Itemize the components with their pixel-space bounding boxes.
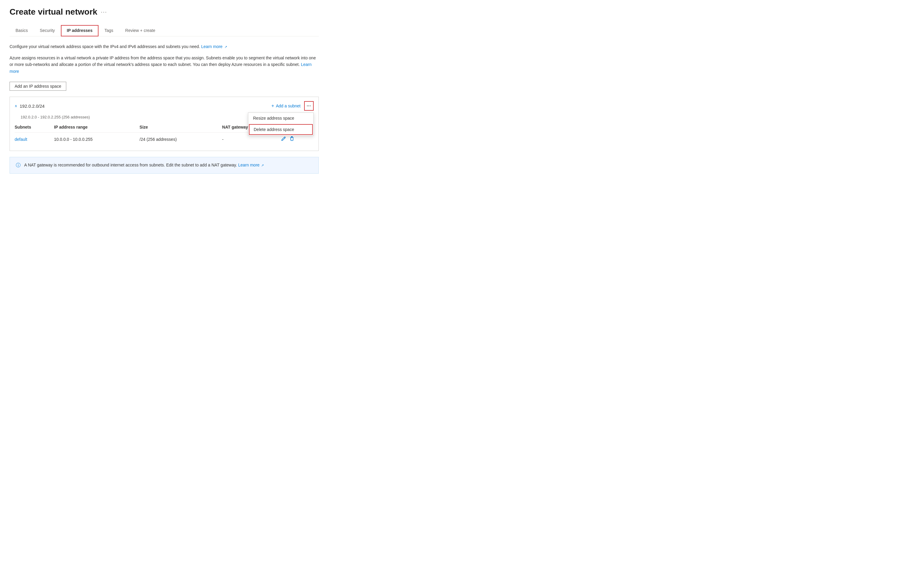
address-space-dropdown: Resize address space Delete address spac… (248, 112, 314, 136)
tab-security[interactable]: Security (34, 25, 61, 36)
info-icon: ⓘ (16, 162, 21, 168)
secondary-description: Azure assigns resources in a virtual net… (10, 54, 319, 74)
chevron-up-icon: ∧ (15, 104, 17, 108)
col-subnets: Subnets (15, 122, 54, 133)
card-header: ∧ 192.0.2.0/24 + Add a subnet ··· Resize… (10, 97, 318, 115)
primary-description: Configure your virtual network address s… (10, 44, 319, 50)
resize-address-space-item[interactable]: Resize address space (248, 113, 314, 124)
action-icons (281, 136, 311, 142)
subnet-link[interactable]: default (15, 137, 27, 142)
learn-more-link-primary[interactable]: Learn more ↗ (201, 44, 227, 49)
page-header: Create virtual network ··· (10, 7, 319, 17)
subnet-size-cell: /24 (256 addresses) (140, 133, 222, 146)
header-more-icon[interactable]: ··· (101, 9, 107, 15)
plus-icon: + (271, 103, 274, 109)
info-banner: ⓘ A NAT gateway is recommended for outbo… (10, 157, 319, 174)
subnet-ip-range-cell: 10.0.0.0 - 10.0.0.255 (54, 133, 140, 146)
tab-ip-addresses[interactable]: IP addresses (61, 25, 99, 36)
card-header-left: ∧ 192.0.2.0/24 (15, 104, 45, 109)
tab-basics[interactable]: Basics (10, 25, 34, 36)
page-title: Create virtual network (10, 7, 97, 17)
add-ip-address-space-button[interactable]: Add an IP address space (10, 82, 66, 91)
delete-address-space-item[interactable]: Delete address space (249, 124, 313, 135)
add-subnet-button[interactable]: + Add a subnet (271, 103, 300, 109)
col-ip-range: IP address range (54, 122, 140, 133)
address-space-more-button[interactable]: ··· (304, 101, 314, 111)
info-banner-text: A NAT gateway is recommended for outboun… (24, 162, 264, 168)
delete-subnet-icon[interactable] (289, 136, 294, 142)
address-space-cidr: 192.0.2.0/24 (20, 104, 45, 109)
tab-tags[interactable]: Tags (99, 25, 119, 36)
external-link-icon-info: ↗ (261, 163, 264, 168)
card-header-right: + Add a subnet ··· Resize address space … (271, 101, 314, 111)
tab-bar: Basics Security IP addresses Tags Review… (10, 25, 319, 36)
address-space-card: ∧ 192.0.2.0/24 + Add a subnet ··· Resize… (10, 97, 319, 151)
info-learn-more-link[interactable]: Learn more ↗ (238, 163, 264, 167)
edit-subnet-icon[interactable] (281, 136, 286, 142)
subnet-name-cell: default (15, 133, 54, 146)
col-size: Size (140, 122, 222, 133)
tab-review-create[interactable]: Review + create (119, 25, 162, 36)
external-link-icon-primary: ↗ (224, 44, 227, 49)
